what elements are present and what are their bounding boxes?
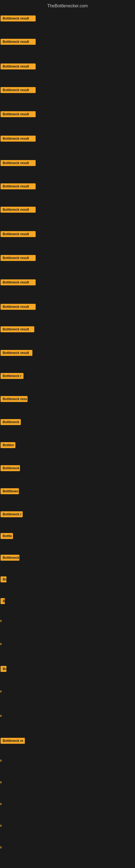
bottleneck-result-label-tiny: [1, 760, 1, 762]
bottleneck-result-label: Bottleneck: [1, 465, 20, 471]
bottleneck-result-label: Bottleneck resu: [1, 396, 28, 402]
bottleneck-result-label-tiny: [1, 690, 1, 692]
bottleneck-result-label: Bottleneck result: [1, 326, 34, 332]
bottleneck-result-label: Bottleneck re: [1, 738, 25, 744]
bottleneck-result-label: Bottleneck result: [1, 183, 36, 189]
bottleneck-result-label: Bottleneck result: [1, 111, 36, 117]
bottleneck-result-label-tiny: [1, 825, 1, 827]
bottleneck-result-label: Bo: [1, 577, 6, 582]
bottleneck-result-label-tiny: [1, 846, 1, 848]
bottleneck-result-label-tiny: [1, 803, 1, 805]
bottleneck-result-label: Bottleneck result: [1, 207, 36, 213]
bottleneck-result-label: Bottleneck result: [1, 231, 36, 237]
bottleneck-result-label: Bottleneck r: [1, 373, 24, 379]
bottleneck-result-label: Bottleneck result: [1, 16, 36, 22]
bottleneck-result-label: Bottleneck result: [1, 304, 36, 310]
bottleneck-result-label-tiny: [1, 643, 1, 645]
site-title: TheBottlenecker.com: [0, 1, 135, 10]
bottleneck-result-label-tiny: [1, 715, 1, 717]
bottleneck-result-label: Bottlen: [1, 442, 15, 448]
bottleneck-result-label: Bottleneck result: [1, 39, 36, 45]
bottleneck-result-label: Bottleneck result: [1, 135, 36, 142]
bottleneck-result-label: Bottleneck: [1, 555, 19, 561]
bottleneck-result-label: Botttlenec: [1, 488, 19, 494]
bottleneck-result-label: Bottleneck result: [1, 160, 36, 166]
bottleneck-result-label: Bottleneck result: [1, 87, 36, 93]
bottleneck-result-label: Bottleneck: [1, 419, 21, 425]
bottleneck-result-label: Bottleneck result: [1, 63, 36, 69]
bottleneck-result-label-tiny: [1, 620, 1, 622]
bottleneck-result-label: Bottleneck result: [1, 255, 36, 261]
bottleneck-result-label: Bottle: [1, 533, 13, 539]
bottleneck-result-label: Bottleneck result: [1, 350, 32, 356]
bottleneck-result-label: Bottleneck result: [1, 279, 36, 285]
bottleneck-result-label: B: [1, 598, 5, 604]
bottleneck-result-label-tiny: [1, 781, 1, 783]
bottleneck-result-label: Bottleneck r: [1, 511, 23, 517]
bottleneck-result-label: Bo: [1, 666, 6, 672]
